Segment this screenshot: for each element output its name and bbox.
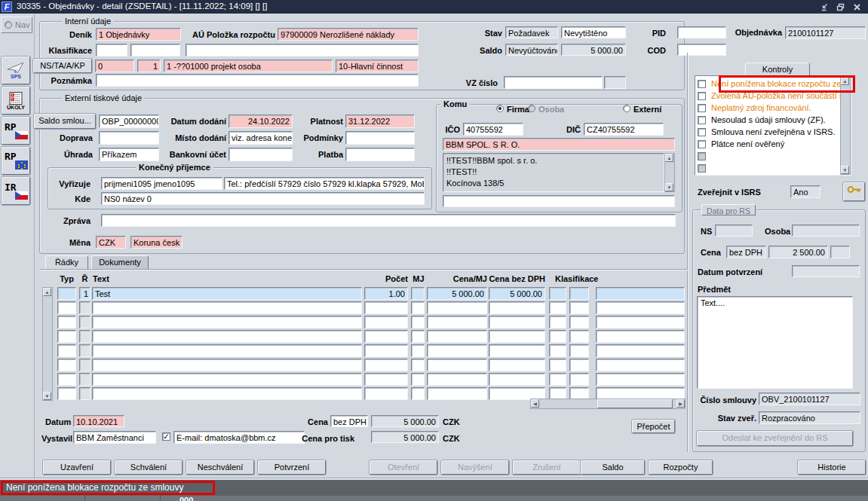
denik-field[interactable]: 1 Objednávky (96, 28, 181, 41)
ukoly-button[interactable]: ÚKOLY (2, 87, 30, 115)
cell-klasifikace-2[interactable] (569, 287, 589, 300)
cell-pocet[interactable]: 1.00 (364, 287, 408, 300)
uhrada-field[interactable]: Příkazem (99, 148, 159, 161)
ns-field[interactable]: 0 (95, 60, 134, 72)
mena-kod-field[interactable]: CZK (96, 236, 126, 249)
rs-cena-field[interactable]: 2 500.00 (768, 246, 828, 258)
ir-button[interactable]: IR (2, 177, 30, 205)
email-checkbox[interactable]: ✓ (162, 432, 170, 441)
cell-klasifikace-3[interactable] (596, 287, 685, 300)
predmet-textarea[interactable]: Text.... (697, 296, 853, 389)
nstaakp-button[interactable]: NS/TA/A/KP (33, 59, 92, 73)
otevreni-button[interactable]: Otevření (370, 460, 437, 475)
potvrzeni-button[interactable]: Potvrzení (258, 460, 326, 475)
scrollbar-thumb[interactable] (597, 399, 673, 408)
cell-cena-mj[interactable]: 5 000.00 (427, 287, 487, 300)
datum-potvrzeni-field[interactable] (792, 265, 860, 277)
kontrola-checkbox[interactable] (698, 104, 706, 112)
odeslat-rs-button[interactable]: Odeslat ke zveřejnění do RS (697, 431, 853, 446)
vystavil-field[interactable]: BBM Zaměstnanci (73, 431, 156, 444)
nav-radio-icon[interactable] (5, 21, 12, 29)
adresa-scrollbar[interactable]: ▲▼ (664, 153, 675, 192)
kp-field[interactable]: 10-Hlavní činnost (336, 60, 419, 72)
saldo-castka-field[interactable]: 5 000.00 (561, 44, 626, 56)
cena-pro-tisk-field[interactable]: 5 000.00 (371, 431, 439, 443)
neschvaleni-button[interactable]: Neschválení (186, 460, 254, 475)
cell-cena-bez-dph[interactable]: 5 000.00 (489, 287, 545, 300)
tab-dokumenty[interactable]: Dokumenty (91, 255, 149, 270)
saldo-button[interactable]: Saldo (581, 460, 645, 475)
cell-mj[interactable] (411, 287, 425, 300)
cod-field[interactable] (677, 44, 726, 56)
podminky-field[interactable] (345, 131, 415, 145)
datum-dodani-field[interactable]: 24.10.2022 (229, 115, 293, 128)
datum-field[interactable]: 10.10.2021 (73, 415, 124, 427)
nav-toggle[interactable]: Nav (1, 17, 32, 33)
klasifikace-field-2[interactable] (130, 44, 180, 57)
cell-r[interactable]: 1 (79, 287, 90, 300)
doprava-field[interactable] (99, 131, 159, 145)
uzavreni-button[interactable]: Uzavření (43, 460, 111, 475)
stav-zverejneni-field[interactable]: Rozpracováno (759, 411, 860, 424)
komu-extra-field[interactable] (443, 195, 675, 207)
table-vertical-scrollbar[interactable]: ▲▼ (42, 287, 53, 401)
email-field[interactable]: E-mail: dmatoska@bbm.cz (173, 431, 305, 444)
cell-text[interactable]: Test (92, 287, 362, 300)
data-pro-rs-tab[interactable]: Data pro RS (701, 204, 756, 215)
ico-field[interactable]: 40755592 (463, 123, 523, 136)
table-horizontal-scrollbar[interactable]: ◀▶ (530, 399, 686, 409)
bankovni-ucet-field[interactable] (229, 148, 293, 161)
stav-field-1[interactable]: Požadavek (505, 26, 558, 38)
vyrizuje-tel-field[interactable]: Tel.: předčíslí 57929 číslo 57929 kl.kla… (224, 177, 425, 190)
pid-field[interactable] (677, 26, 726, 38)
cena-field[interactable]: 5 000.00 (371, 415, 439, 427)
kontrola-checkbox[interactable] (698, 140, 706, 148)
kontroly-tab[interactable]: Kontroly (745, 63, 810, 76)
dic-field[interactable]: CZ40755592 (584, 123, 664, 136)
rozpocty-button[interactable]: Rozpočty (649, 460, 713, 475)
zprava-field[interactable] (101, 214, 676, 227)
key-button[interactable] (843, 182, 865, 201)
firma-radio[interactable] (496, 105, 504, 112)
prepocet-button[interactable]: Přepočet (632, 420, 675, 433)
firma-nazev-field[interactable]: BBM SPOL. S R. O. (443, 138, 675, 151)
cislo-smlouvy-field[interactable]: OBV_2100101127 (759, 393, 860, 405)
rs-ns-field[interactable] (715, 225, 753, 237)
vz-cislo-field[interactable] (504, 76, 603, 89)
vyrizuje-field[interactable]: prijmeni1095 jmeno1095 (101, 177, 222, 190)
klasifikace-field-3[interactable] (186, 44, 419, 57)
kontrola-checkbox[interactable] (698, 80, 706, 88)
navyseni-button[interactable]: Navýšení (441, 460, 509, 475)
externi-radio[interactable] (623, 105, 630, 112)
sps-button[interactable]: SPS (2, 57, 30, 84)
table-row[interactable] (57, 316, 685, 329)
cell-klasifikace-1[interactable] (549, 287, 566, 300)
poznamka-field[interactable] (96, 74, 419, 87)
minimize-button[interactable] (818, 2, 830, 12)
rp-eu-button[interactable]: RP (2, 147, 30, 175)
rs-cena-aux-field[interactable] (830, 246, 850, 258)
table-row-selected[interactable]: 1Test1.005 000.005 000.00 (57, 287, 685, 301)
saldo-smlouvy-button[interactable]: Saldo smlou... (34, 114, 96, 129)
table-row[interactable] (57, 373, 685, 386)
kontrola-checkbox[interactable] (698, 128, 706, 136)
tab-radky[interactable]: Řádky (45, 255, 88, 270)
a-field[interactable]: 1 -??01000 projekt osoba (164, 60, 333, 72)
table-row[interactable] (57, 359, 685, 372)
table-row[interactable] (57, 301, 685, 315)
au-polozka-field[interactable]: 97900009 Nerozlišené náklady (278, 28, 419, 41)
saldo-smlouvy-field[interactable]: OBP_00000000 (99, 115, 159, 128)
table-row[interactable] (57, 344, 685, 358)
rs-cena-typ-field[interactable]: bez DPH (726, 246, 766, 258)
table-row[interactable] (57, 330, 685, 344)
klasifikace-field-1[interactable] (96, 44, 127, 57)
ta-field[interactable]: 1 (137, 60, 161, 72)
objednavka-field[interactable]: 2100101127 (785, 26, 866, 39)
cell-typ[interactable] (57, 287, 76, 300)
osoba-radio[interactable] (528, 105, 535, 112)
misto-dodani-field[interactable]: viz. adresa kone (229, 131, 293, 145)
schvaleni-button[interactable]: Schválení (115, 460, 182, 475)
platba-field[interactable] (345, 148, 415, 161)
rs-osoba-field[interactable] (792, 225, 860, 237)
rp-cz-button[interactable]: RP (2, 117, 30, 145)
